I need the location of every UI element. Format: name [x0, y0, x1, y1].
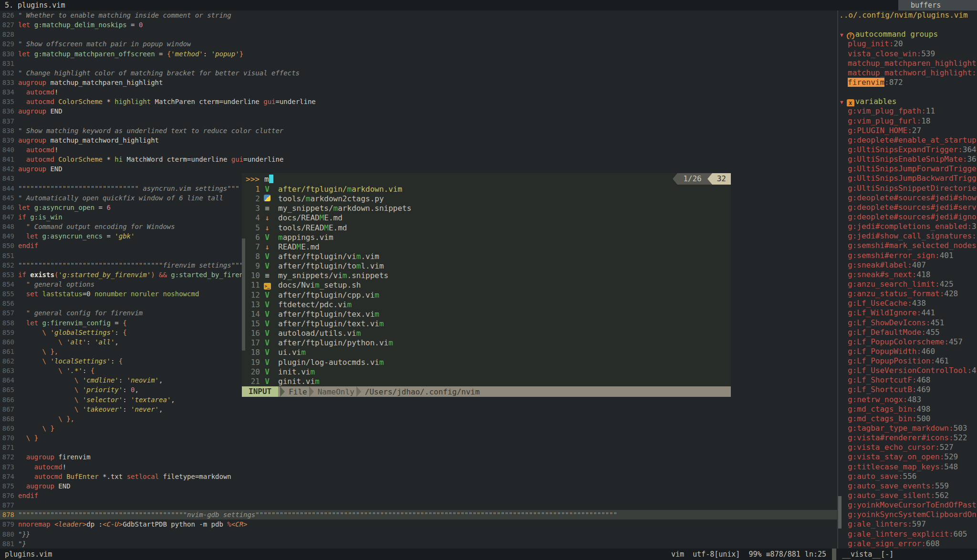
symbol-name: g:deoplete#sources#jedi#show — [848, 193, 977, 202]
sidebar-item[interactable]: g:jedi#show_call_signatures: — [838, 231, 977, 241]
sidebar-item[interactable]: g:UltiSnipsExpandTrigger:364 — [838, 145, 977, 155]
vista-sidebar[interactable]: ..o/.config/nvim/plugins.vim ▼?autocomma… — [838, 10, 977, 549]
sidebar-item[interactable]: plug_init:20 — [838, 39, 977, 49]
file-list-item[interactable]: 10≡my_snippets/vim.snippets — [242, 271, 731, 280]
file-list-item[interactable]: 14Vafter/ftplugin/tex.vim — [242, 310, 731, 319]
sidebar-item[interactable]: g:sneak#s_next:418 — [838, 270, 977, 280]
file-list-item[interactable]: 17Vafter/ftplugin/python.vim — [242, 338, 731, 348]
search-input[interactable]: m — [260, 175, 273, 184]
line-number: 869 — [0, 424, 14, 433]
sidebar-item[interactable]: matchup_matchparen_highlight — [838, 59, 977, 68]
sidebar-item[interactable]: g:UltiSnipsEnableSnipMate:36 — [838, 155, 977, 164]
file-list-item[interactable]: 9Vafter/ftplugin/toml.vim — [242, 261, 731, 271]
file-path: mappings.vim — [274, 233, 333, 242]
sidebar-item[interactable]: g:netrw_nogx:483 — [838, 395, 977, 404]
file-list-item[interactable]: 11>_docs/Nvim_setup.sh — [242, 280, 731, 290]
sidebar-item[interactable]: g:Lf_ShortcutF:468 — [838, 375, 977, 385]
file-list-item[interactable]: 16Vautoload/utils.vim — [242, 329, 731, 338]
sidebar-item[interactable]: g:vista#renderer#icons:522 — [838, 433, 977, 443]
sidebar-item[interactable]: g:sneak#label:407 — [838, 260, 977, 270]
sidebar-item[interactable]: g:deoplete#enable_at_startup — [838, 135, 977, 145]
sidebar-item[interactable]: g:deoplete#sources#jedi#igno — [838, 212, 977, 222]
sidebar-item[interactable]: g:Lf_PopupPosition:461 — [838, 356, 977, 366]
sidebar-item[interactable]: g:Lf_WildIgnore:441 — [838, 308, 977, 318]
sidebar-item[interactable]: g:ale_linters_explicit:605 — [838, 529, 977, 539]
sidebar-item[interactable]: g:md_ctags_bin:498 — [838, 404, 977, 414]
file-list-item[interactable]: 19Vplugin/log-autocmds.vim — [242, 358, 731, 367]
file-list-item[interactable]: 7↓README.md — [242, 242, 731, 252]
sidebar-item[interactable]: g:yoinkSyncSystemClipboardOn — [838, 510, 977, 519]
sidebar-item[interactable]: g:UltiSnipsJumpBackwardTrigg — [838, 174, 977, 183]
sidebar-item[interactable]: g:vista_echo_cursor:527 — [838, 443, 977, 452]
chevron-down-icon[interactable]: ▼ — [840, 99, 843, 105]
file-list-item[interactable]: 21Vginit.vim — [242, 377, 731, 386]
sidebar-item[interactable]: g:PLUGIN_HOME:27 — [838, 126, 977, 135]
sidebar-item[interactable]: g:vim_plug_fpath:11 — [838, 106, 977, 116]
sidebar-item[interactable]: g:anzu_search_limit:425 — [838, 280, 977, 289]
file-path: plugin/log-autocmds.vim — [274, 358, 384, 367]
sidebar-scrollbar[interactable] — [838, 496, 842, 529]
sidebar-item[interactable]: g:tagbar_type_markdown:503 — [838, 424, 977, 433]
sidebar-item[interactable]: firenvim:872 — [838, 78, 977, 87]
file-list-item[interactable]: 20Vinit.vim — [242, 367, 731, 377]
sidebar-item[interactable]: g:Lf_UseVersionControlTool:4 — [838, 366, 977, 375]
sidebar-item[interactable]: g:md_ctags_bin:500 — [838, 414, 977, 424]
sidebar-section-header[interactable]: ▼xvariables — [838, 97, 977, 106]
sidebar-item[interactable]: g:Lf_PopupWidth:460 — [838, 347, 977, 356]
sidebar-section-header[interactable]: ▼?autocommand groups — [838, 30, 977, 39]
file-list-item[interactable]: 3≡my_snippets/markdown.snippets — [242, 204, 731, 213]
sidebar-item[interactable]: g:Lf_PopupColorscheme:457 — [838, 337, 977, 347]
file-list-item[interactable]: 1Vafter/ftplugin/markdown.vim — [242, 185, 731, 194]
tab-buffers-label[interactable]: buffers — [898, 0, 977, 10]
leaderf-prompt[interactable]: >>> m 1/26 32 — [242, 173, 731, 185]
sidebar-item[interactable]: vista_close_win:539 — [838, 49, 977, 59]
sidebar-item[interactable]: g:yoinkMoveCursorToEndOfPast — [838, 500, 977, 510]
sidebar-item[interactable]: g:titlecase_map_keys:548 — [838, 462, 977, 472]
sidebar-item[interactable]: g:auto_save_events:559 — [838, 481, 977, 491]
code-line: 868 \ }, — [0, 414, 837, 424]
file-list-item[interactable]: 2tools/markdown2ctags.py — [242, 194, 731, 204]
file-list-item[interactable]: 6Vmappings.vim — [242, 233, 731, 242]
file-path: after/ftplugin/vim.vim — [274, 252, 379, 261]
sidebar-item[interactable]: g:auto_save:556 — [838, 472, 977, 481]
sidebar-item[interactable]: g:vista_stay_on_open:529 — [838, 452, 977, 462]
file-list-item[interactable]: 8Vafter/ftplugin/vim.vim — [242, 252, 731, 261]
file-list-item[interactable]: 15Vafter/ftplugin/text.vim — [242, 319, 731, 329]
file-list-item[interactable]: 4↓docs/README.md — [242, 213, 731, 223]
popup-scrollbar[interactable] — [242, 239, 245, 351]
sidebar-item[interactable]: g:semshi#mark_selected_nodes — [838, 241, 977, 250]
file-list-item[interactable]: 12Vafter/ftplugin/cpp.vim — [242, 290, 731, 300]
vim-icon: V — [265, 310, 270, 319]
sidebar-item[interactable]: g:Lf_DefaultMode:455 — [838, 328, 977, 337]
file-list-item[interactable]: 18Vui.vim — [242, 348, 731, 357]
tab-current-buffer[interactable]: 5. plugins.vim — [0, 1, 65, 10]
file-list-item[interactable]: 13Vftdetect/pdc.vim — [242, 300, 731, 310]
line-number: 841 — [0, 155, 14, 164]
line-number: 856 — [0, 299, 14, 308]
sidebar-item[interactable]: g:Lf_ShortcutB:469 — [838, 385, 977, 394]
sidebar-item[interactable]: g:Lf_ShowDevIcons:451 — [838, 318, 977, 328]
section-label: variables — [855, 97, 897, 106]
chevron-down-icon[interactable]: ▼ — [840, 32, 843, 38]
sidebar-item[interactable]: g:ale_linters:597 — [838, 519, 977, 529]
sidebar-item[interactable]: g:UltiSnipsSnippetDirectorie — [838, 184, 977, 193]
code-text: \ '.*': { — [14, 366, 94, 375]
sidebar-item[interactable]: g:anzu_status_format:428 — [838, 289, 977, 299]
sidebar-item[interactable]: matchup_matchword_highlight: — [838, 68, 977, 78]
line-number: 845 — [0, 193, 14, 203]
sidebar-item[interactable]: g:UltiSnipsJumpForwardTrigge — [838, 164, 977, 174]
sidebar-item[interactable]: g:auto_save_silent:562 — [838, 491, 977, 500]
sidebar-item[interactable]: g:deoplete#sources#jedi#serv — [838, 203, 977, 212]
leaderf-popup[interactable]: >>> m 1/26 32 1Vafter/ftplugin/markdown.… — [242, 173, 731, 397]
line-number: 866 — [0, 395, 14, 404]
sidebar-item[interactable]: g:ale_sign_error:608 — [838, 539, 977, 549]
sidebar-item[interactable]: g:semshi#error_sign:401 — [838, 251, 977, 260]
code-text: autocmd! — [14, 462, 66, 472]
sidebar-item[interactable]: g:vim_plug_furl:18 — [838, 116, 977, 126]
result-counter-badge: 1/26 — [677, 173, 707, 185]
sidebar-item[interactable]: g:deoplete#sources#jedi#show — [838, 193, 977, 203]
file-path: docs/Nvim_setup.sh — [274, 280, 361, 290]
sidebar-item[interactable]: g:Lf_UseCache:438 — [838, 299, 977, 308]
sidebar-item[interactable]: g:jedi#completions_enabled:3 — [838, 222, 977, 231]
file-list-item[interactable]: 5↓tools/README.md — [242, 223, 731, 233]
